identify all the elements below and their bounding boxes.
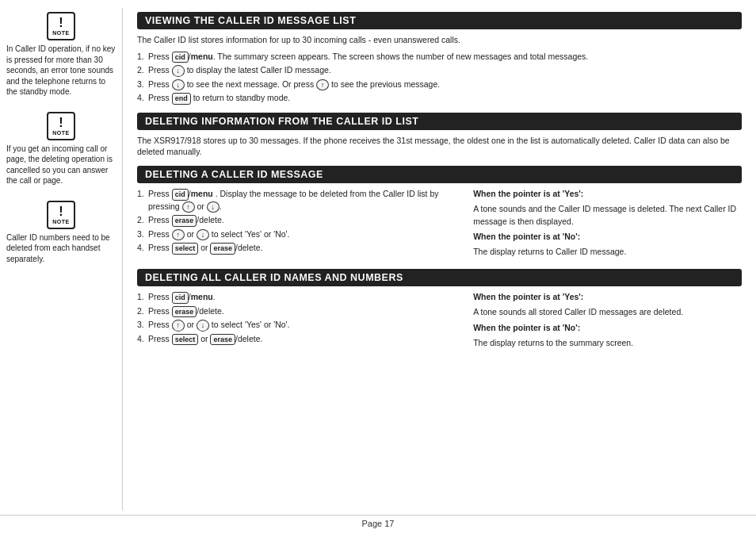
deleting-all-header: DELETING ALL CALLER ID NAMES AND NUMBERS bbox=[137, 269, 742, 286]
up-btn-dm3: ↑ bbox=[172, 229, 185, 241]
deleting-all-section: DELETING ALL CALLER ID NAMES AND NUMBERS… bbox=[137, 269, 742, 352]
note-block-2: ! NOTE If you get an incoming call or pa… bbox=[6, 112, 116, 186]
del-all-step-3: 3. Press ↑ or ↓ to select 'Yes' or 'No'. bbox=[137, 319, 465, 332]
main-content: VIEWING THE CALLER ID MESSAGE LIST The C… bbox=[123, 8, 756, 511]
page-number: Page 17 bbox=[362, 519, 395, 528]
note-label-2: NOTE bbox=[52, 130, 69, 136]
del-all-step-2: 2. Press erase/delete. bbox=[137, 305, 465, 318]
viewing-steps: 1. Press cid/menu. The summary screen ap… bbox=[137, 51, 742, 105]
viewing-step-4: 4. Press end to return to standby mode. bbox=[137, 92, 742, 105]
cid-btn-da1: cid bbox=[172, 292, 189, 304]
note-text-3: Caller ID numbers need to be deleted fro… bbox=[6, 232, 116, 265]
select-btn-dm4: select bbox=[172, 243, 199, 255]
deleting-all-cols: 1. Press cid/menu. 2. Press erase/delete… bbox=[137, 291, 742, 352]
del-msg-step-1: 1. Press cid/menu . Display the message … bbox=[137, 188, 465, 213]
erase-btn-dm4: erase bbox=[210, 243, 235, 255]
viewing-header: VIEWING THE CALLER ID MESSAGE LIST bbox=[137, 12, 742, 29]
del-all-when-yes-label: When the pointer is at 'Yes': bbox=[473, 291, 742, 303]
note-block-3: ! NOTE Caller ID numbers need to be dele… bbox=[6, 201, 116, 265]
del-all-when-yes-text: A tone sounds all stored Caller ID messa… bbox=[473, 306, 742, 318]
del-msg-step-4: 4. Press select or erase/delete. bbox=[137, 242, 465, 255]
note-icon-2: ! NOTE bbox=[47, 112, 75, 140]
sidebar: ! NOTE In Caller ID operation, if no key… bbox=[0, 8, 123, 511]
del-msg-when-no-text: The display returns to Caller ID message… bbox=[473, 246, 742, 258]
cid-button-dm1: cid bbox=[172, 189, 189, 201]
note-icon-1: ! NOTE bbox=[47, 12, 75, 40]
del-msg-step-2: 2. Press erase/delete. bbox=[137, 214, 465, 227]
down-btn-dm3: ↓ bbox=[197, 229, 209, 241]
end-button-v4: end bbox=[172, 93, 191, 105]
viewing-section: VIEWING THE CALLER ID MESSAGE LIST The C… bbox=[137, 12, 742, 105]
note-label-3: NOTE bbox=[52, 219, 69, 224]
deleting-all-steps: 1. Press cid/menu. 2. Press erase/delete… bbox=[137, 291, 465, 345]
viewing-intro: The Caller ID list stores information fo… bbox=[137, 34, 742, 46]
viewing-step-1: 1. Press cid/menu. The summary screen ap… bbox=[137, 51, 742, 63]
del-msg-when-no-label: When the pointer is at 'No': bbox=[473, 231, 742, 243]
page-footer: Page 17 bbox=[0, 515, 756, 533]
down-btn-dm1: ↓ bbox=[207, 201, 220, 213]
erase-btn-da4: erase bbox=[210, 334, 235, 346]
note-label-1: NOTE bbox=[52, 30, 69, 36]
up-button-v3: ↑ bbox=[316, 79, 329, 91]
deleting-all-right: When the pointer is at 'Yes': A tone sou… bbox=[473, 291, 742, 352]
del-all-step-1: 1. Press cid/menu. bbox=[137, 291, 465, 304]
deleting-message-cols: 1. Press cid/menu . Display the message … bbox=[137, 188, 742, 261]
deleting-info-header: DELETING INFORMATION FROM THE CALLER ID … bbox=[137, 113, 742, 130]
del-msg-when-yes-label: When the pointer is at 'Yes': bbox=[473, 188, 742, 200]
cid-button-v1: cid bbox=[172, 52, 189, 63]
note-text-1: In Caller ID operation, if no key is pre… bbox=[6, 44, 116, 98]
note-block-1: ! NOTE In Caller ID operation, if no key… bbox=[6, 12, 116, 98]
deleting-info-text: The XSR917/918 stores up to 30 messages.… bbox=[137, 135, 742, 158]
deleting-message-right: When the pointer is at 'Yes': A tone sou… bbox=[473, 188, 742, 261]
deleting-info-section: DELETING INFORMATION FROM THE CALLER ID … bbox=[137, 113, 742, 158]
note-icon-3: ! NOTE bbox=[47, 201, 75, 229]
viewing-step-3: 3. Press ↓ to see the next message. Or p… bbox=[137, 79, 742, 91]
del-all-step-4: 4. Press select or erase/delete. bbox=[137, 333, 465, 346]
del-all-when-no-text: The display returns to the summary scree… bbox=[473, 337, 742, 349]
deleting-all-steps-col: 1. Press cid/menu. 2. Press erase/delete… bbox=[137, 291, 465, 352]
exclamation-icon-3: ! bbox=[59, 205, 63, 218]
del-msg-when-yes-text: A tone sounds and the Caller ID message … bbox=[473, 203, 742, 227]
up-btn-dm1: ↑ bbox=[182, 201, 195, 213]
select-btn-da4: select bbox=[172, 334, 199, 346]
erase-btn-dm2: erase bbox=[172, 215, 197, 227]
del-msg-step-3: 3. Press ↑ or ↓ to select 'Yes' or 'No'. bbox=[137, 228, 465, 241]
deleting-message-header: DELETING A CALLER ID MESSAGE bbox=[137, 166, 742, 183]
down-button-v2: ↓ bbox=[172, 65, 185, 77]
down-button-v3: ↓ bbox=[172, 79, 185, 91]
deleting-message-section: DELETING A CALLER ID MESSAGE 1. Press ci… bbox=[137, 166, 742, 261]
exclamation-icon-2: ! bbox=[59, 117, 63, 129]
up-btn-da3: ↑ bbox=[172, 320, 185, 332]
exclamation-icon-1: ! bbox=[59, 17, 63, 29]
note-text-2: If you get an incoming call or page, the… bbox=[6, 144, 116, 186]
del-all-when-no-label: When the pointer is at 'No': bbox=[473, 322, 742, 334]
viewing-step-2: 2. Press ↓ to display the latest Caller … bbox=[137, 64, 742, 77]
deleting-message-steps-col: 1. Press cid/menu . Display the message … bbox=[137, 188, 465, 261]
erase-btn-da2: erase bbox=[172, 306, 197, 318]
down-btn-da3: ↓ bbox=[197, 320, 209, 332]
deleting-message-steps: 1. Press cid/menu . Display the message … bbox=[137, 188, 465, 255]
